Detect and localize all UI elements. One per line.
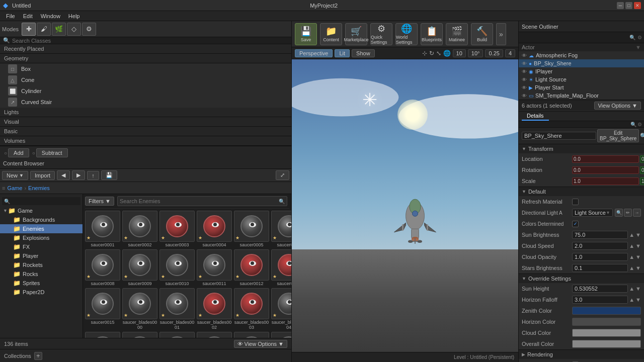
asset-item-saucer0015[interactable]: ★saucer0015 (85, 288, 120, 330)
volumes-header[interactable]: Volumes (0, 136, 291, 146)
blueprints-btn[interactable]: 📋 Blueprints (421, 23, 443, 45)
tree-item-player[interactable]: 📁 Player (0, 251, 83, 260)
tree-item-backgrounds[interactable]: 📁 Backgrounds (0, 215, 83, 224)
sun-brightness-dn[interactable]: ▼ (635, 232, 641, 238)
horizon-falloff-dn[interactable]: ▼ (635, 297, 641, 303)
subtract-button[interactable]: Subtract (36, 148, 68, 157)
asset-item-saucer0005[interactable]: ★saucer0005 (234, 211, 269, 247)
directional-search-icon-btn[interactable]: 🔍 (615, 209, 623, 217)
show-button[interactable]: Show (352, 49, 375, 57)
world-settings-btn[interactable]: 🌐 World Settings (395, 23, 418, 45)
asset-item-saucer0011[interactable]: ★saucer0011 (197, 249, 232, 286)
so-item-player-start[interactable]: 👁 ▶ Player Start (519, 83, 644, 92)
mode-foliage-btn[interactable]: 🌿 (52, 23, 66, 36)
matinee-btn[interactable]: 🎬 Matinee (446, 23, 468, 45)
asset-item-saucer0008[interactable]: ★saucer0008 (85, 249, 120, 286)
zenith-color-swatch[interactable] (572, 307, 641, 315)
build-btn[interactable]: 🔨 Build (471, 23, 493, 45)
tree-item-rocks[interactable]: 📁 Rocks (0, 269, 83, 279)
asset-item-saucer0013[interactable]: ★saucer0013 (271, 249, 291, 286)
asset-item-saucer0002[interactable]: ★saucer0002 (122, 211, 157, 247)
horizon-falloff-input[interactable] (572, 296, 628, 304)
tree-item-enemies[interactable]: 📁 Enemies (0, 224, 83, 233)
directional-arrow-icon-btn[interactable]: → (633, 209, 641, 217)
place-item-cone[interactable]: △ Cone (0, 74, 291, 85)
bp-sky-input[interactable] (522, 132, 596, 140)
tree-item-fx[interactable]: 📁 FX (0, 242, 83, 251)
horizon-falloff-up[interactable]: ▲ (629, 297, 634, 303)
directional-light-dropdown[interactable]: Light Source ▼ (572, 209, 613, 217)
cb-up-button[interactable]: ↑ (87, 171, 99, 180)
location-x-input[interactable] (572, 155, 639, 163)
view-options-button[interactable]: 👁 View Options ▼ (234, 340, 288, 348)
cb-import-button[interactable]: Import (30, 171, 55, 180)
edit-bp-btn[interactable]: Edit BP_Sky_Sphere (597, 129, 639, 142)
cb-back-button[interactable]: ◀ (57, 170, 70, 180)
minimize-icon[interactable]: ─ (617, 2, 624, 9)
quick-settings-btn[interactable]: ⚙ Quick Settings (370, 23, 392, 45)
so-item-light[interactable]: 👁 ☀ Light Source (519, 75, 644, 83)
content-btn[interactable]: 📁 Content (320, 23, 342, 45)
default-header[interactable]: ▼ Default (519, 187, 644, 196)
mode-paint-btn[interactable]: 🖌 (37, 23, 51, 36)
rotation-y-input[interactable] (640, 166, 644, 174)
so-item-bp-sky[interactable]: 👁 ● BP_Sky_Shere (519, 59, 644, 67)
geometry-header[interactable]: Geometry (0, 54, 291, 63)
tree-item-sprites[interactable]: 📁 Sprites (0, 279, 83, 288)
place-item-curved-stair[interactable]: ↗ Curved Stair (0, 97, 291, 108)
cb-expand-button[interactable]: ⤢ (276, 170, 289, 180)
location-y-input[interactable] (640, 155, 644, 163)
cloud-speed-dn[interactable]: ▼ (635, 243, 641, 249)
filters-button[interactable]: Filters ▼ (85, 197, 114, 206)
sun-brightness-up[interactable]: ▲ (629, 232, 634, 238)
details-search-input[interactable] (521, 121, 630, 127)
basic-header[interactable]: Basic (0, 127, 291, 136)
asset-item-saucer_blades0001[interactable]: ★saucer_blades0001 (159, 288, 195, 330)
path-enemies[interactable]: Enemies (28, 185, 50, 191)
menu-help[interactable]: Help (64, 11, 84, 21)
mode-place-btn[interactable]: ✚ (22, 23, 36, 36)
sun-brightness-input[interactable] (572, 231, 628, 239)
asset-item-saucer0006[interactable]: ★saucer0006 (271, 211, 291, 247)
asset-item-saucer_blades0006[interactable]: ★saucer_blades0006 (85, 332, 120, 338)
stars-brightness-input[interactable] (572, 264, 628, 272)
so-view-options-btn[interactable]: View Options ▼ (594, 102, 641, 110)
mode-attr-btn[interactable]: ⚙ (82, 23, 96, 36)
asset-item-saucer_blades0008[interactable]: ★saucer_blades0008 (159, 332, 195, 338)
tree-item-paper2d[interactable]: 📁 Paper2D (0, 288, 83, 297)
transform-header[interactable]: ▼ Transform (519, 144, 644, 153)
asset-item-saucer_blades0007[interactable]: ★saucer_blades0007 (122, 332, 157, 338)
asset-item-saucer0010[interactable]: ★saucer0010 (159, 249, 195, 286)
visual-header[interactable]: Visual (0, 117, 291, 127)
expand-toolbar-btn[interactable]: » (496, 23, 506, 45)
search-enemies-input[interactable] (120, 198, 279, 204)
colors-determined-checkbox[interactable] (572, 221, 579, 227)
asset-item-saucer0003[interactable]: ★saucer0003 (159, 211, 195, 247)
asset-item-saucer0012[interactable]: ★saucer0012 (234, 249, 269, 286)
cb-save-button[interactable]: 💾 (101, 170, 117, 180)
nav-scale-value[interactable]: 0.25 (485, 49, 503, 57)
rotation-x-input[interactable] (572, 166, 639, 174)
place-item-box[interactable]: □ Box (0, 63, 291, 74)
lit-button[interactable]: Lit (335, 49, 350, 57)
rendering-header[interactable]: ▶ Rendering (519, 350, 644, 359)
sun-height-dn[interactable]: ▼ (635, 286, 641, 292)
stars-brightness-dn[interactable]: ▼ (635, 265, 641, 271)
asset-item-saucer_blades0009[interactable]: ★saucer_blades0009 (197, 332, 232, 338)
scale-y-input[interactable] (640, 177, 644, 185)
recently-placed-header[interactable]: Recently Placed (0, 44, 291, 54)
save-btn[interactable]: 💾 Save (295, 23, 317, 45)
asset-item-saucer_blades0003[interactable]: ★saucer_blades0003 (234, 288, 269, 330)
cloud-opacity-up[interactable]: ▲ (629, 254, 634, 260)
sun-height-input[interactable] (572, 285, 628, 293)
so-item-floor[interactable]: 👁 ▭ SM_Template_Map_Floor (519, 92, 644, 100)
cloud-speed-up[interactable]: ▲ (629, 243, 634, 249)
lights-header[interactable]: Lights (0, 108, 291, 117)
perspective-button[interactable]: Perspective (295, 49, 333, 57)
menu-edit[interactable]: Edit (19, 11, 37, 21)
asset-item-saucer_blades0000[interactable]: ★saucer_blades0000 (122, 288, 157, 330)
add-button[interactable]: Add (8, 148, 29, 157)
directional-pencil-icon-btn[interactable]: ✏ (624, 209, 632, 217)
cloud-opacity-dn[interactable]: ▼ (635, 254, 641, 260)
stars-brightness-up[interactable]: ▲ (629, 265, 634, 271)
